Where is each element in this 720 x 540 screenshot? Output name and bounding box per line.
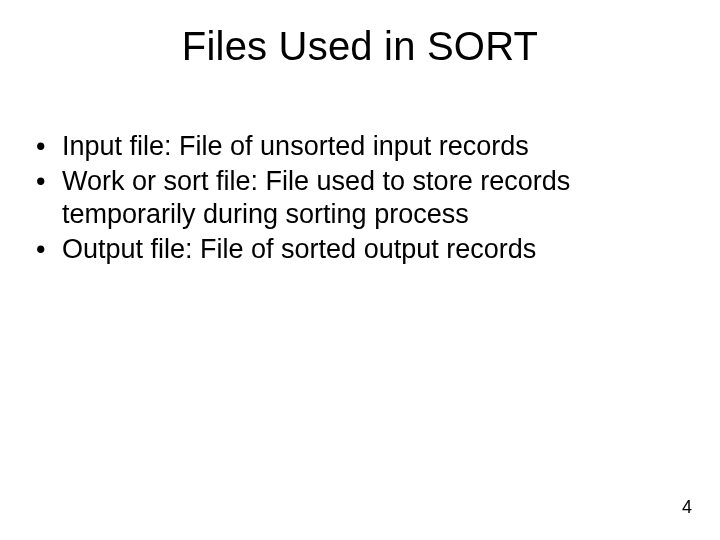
list-item: Work or sort file: File used to store re…: [28, 165, 692, 231]
slide: Files Used in SORT Input file: File of u…: [0, 0, 720, 540]
list-item: Input file: File of unsorted input recor…: [28, 130, 692, 163]
list-item: Output file: File of sorted output recor…: [28, 233, 692, 266]
bullet-list: Input file: File of unsorted input recor…: [28, 130, 692, 266]
slide-body: Input file: File of unsorted input recor…: [28, 130, 692, 268]
slide-title: Files Used in SORT: [0, 24, 720, 69]
page-number: 4: [682, 497, 692, 518]
